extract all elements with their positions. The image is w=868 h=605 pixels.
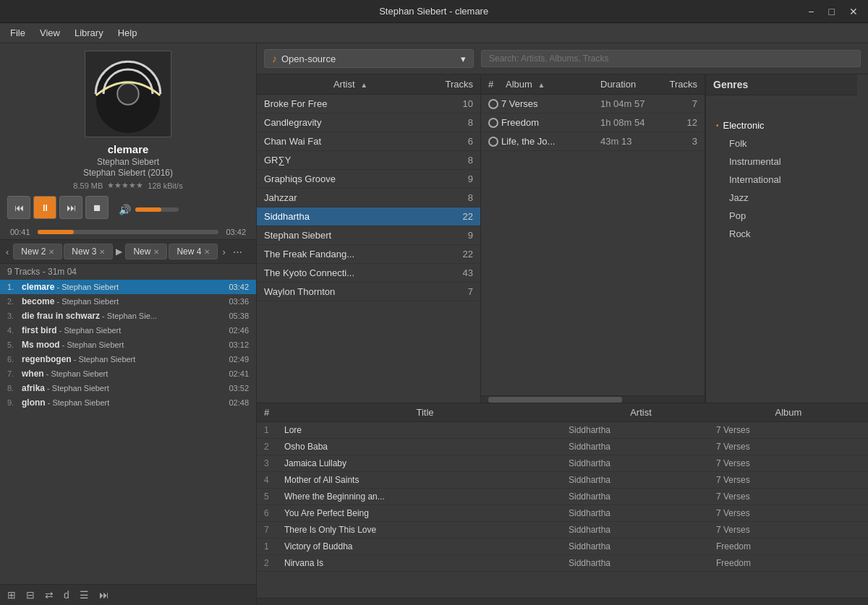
playlist-row-5[interactable]: 5. Ms mood - Stephan Siebert 03:12	[0, 338, 256, 352]
menu-help[interactable]: Help	[111, 25, 145, 41]
playlist-tab-new2[interactable]: New 2 ✕	[13, 244, 62, 259]
track-row-8[interactable]: 2 Nirvana Is Siddhartha Freedom	[257, 555, 868, 572]
playlist-next-button[interactable]: ›	[219, 245, 228, 259]
tracks-header: # Title Artist Album	[257, 403, 868, 422]
artist-row-10[interactable]: Waylon Thornton 7	[257, 283, 480, 301]
menu-view[interactable]: View	[33, 25, 67, 41]
artist-row-6[interactable]: Siddhartha 22	[257, 207, 480, 226]
genre-item-1[interactable]: • Electronic	[706, 116, 857, 134]
playlist-row-8[interactable]: 8. afrika - Stephan Siebert 03:52	[0, 381, 256, 395]
artist-name-cell: GR∑Y	[264, 155, 437, 166]
album-row-1[interactable]: Freedom 1h 08m 54 12	[481, 113, 705, 132]
playlist-row-1[interactable]: 1. clemare - Stephan Siebert 03:42	[0, 280, 256, 294]
close-button[interactable]: ✕	[845, 4, 862, 19]
equalizer-button[interactable]: ⊟	[23, 588, 38, 602]
window-title: Stephan Siebert - clemare	[379, 6, 488, 17]
volume-slider[interactable]	[135, 207, 179, 212]
playlist-row-7[interactable]: 7. when - Stephan Siebert 02:41	[0, 366, 256, 381]
track-row-4[interactable]: 5 Where the Beginning an... Siddhartha 7…	[257, 489, 868, 505]
tab-close-new2[interactable]: ✕	[48, 248, 54, 256]
album-dur-col-label: Duration	[600, 79, 658, 90]
lastfm-button[interactable]: d	[61, 588, 72, 602]
prev-button[interactable]: ⏮	[7, 196, 30, 219]
tab-close-new3[interactable]: ✕	[99, 248, 105, 256]
playlist-tab-new4[interactable]: New 4 ✕	[169, 244, 218, 259]
menu-library[interactable]: Library	[67, 25, 111, 41]
genre-item-7[interactable]: Rock	[706, 225, 857, 243]
genre-item-3[interactable]: Instrumental	[706, 153, 857, 171]
stop-button[interactable]: ⏹	[85, 196, 109, 219]
album-row-2[interactable]: Life, the Jo... 43m 13 3	[481, 132, 705, 151]
skip-button[interactable]: ⏭	[96, 588, 112, 602]
artist-row-5[interactable]: Jahzzar 8	[257, 189, 480, 207]
genre-item-0[interactable]	[706, 98, 857, 116]
progress-fill	[38, 230, 74, 234]
shuffle-button[interactable]: ⇄	[42, 588, 56, 602]
track-row-0[interactable]: 1 Lore Siddhartha 7 Verses	[257, 422, 868, 439]
playlist-row-name: first bird - Stephan Siebert	[22, 325, 229, 335]
track-row-title: Lore	[284, 425, 566, 435]
artist-name-cell: Broke For Free	[264, 98, 437, 109]
artist-row-0[interactable]: Broke For Free 10	[257, 95, 480, 113]
playlist-row-num: 5.	[7, 340, 22, 349]
genre-label: Jazz	[729, 192, 749, 203]
queue-view-button[interactable]: ☰	[77, 588, 92, 602]
artist-tracks-cell: 10	[437, 98, 473, 109]
genre-item-5[interactable]: Jazz	[706, 189, 857, 207]
menu-file[interactable]: File	[3, 25, 33, 41]
genre-item-6[interactable]: Pop	[706, 207, 857, 225]
playlist-info: 9 Tracks - 31m 04	[0, 264, 256, 280]
artist-row-9[interactable]: The Kyoto Connecti... 43	[257, 264, 480, 283]
track-row-6[interactable]: 7 There Is Only This Love Siddhartha 7 V…	[257, 522, 868, 539]
maximize-button[interactable]: □	[825, 4, 839, 19]
next-button[interactable]: ⏭	[59, 196, 82, 219]
playlist-row-9[interactable]: 9. glonn - Stephan Siebert 02:48	[0, 395, 256, 410]
play-tab-button[interactable]: ▶	[114, 245, 124, 258]
tab-close-new[interactable]: ✕	[153, 248, 159, 256]
playlist-row-duration: 02:46	[229, 326, 249, 335]
pause-button[interactable]: ⏸	[33, 196, 56, 219]
track-row-7[interactable]: 1 Victory of Buddha Siddhartha Freedom	[257, 539, 868, 555]
artist-tracks-cell: 22	[437, 249, 473, 259]
albums-hscroll-thumb[interactable]	[488, 397, 622, 403]
playlist-row-3[interactable]: 3. die frau in schwarz - Stephan Sie... …	[0, 309, 256, 323]
playlist-row-2[interactable]: 2. become - Stephan Siebert 03:36	[0, 294, 256, 309]
genre-item-2[interactable]: Folk	[706, 134, 857, 153]
volume-fill	[135, 207, 161, 212]
artist-row-1[interactable]: Candlegravity 8	[257, 113, 480, 132]
search-input[interactable]	[481, 50, 861, 67]
playlist-row-4[interactable]: 4. first bird - Stephan Siebert 02:46	[0, 323, 256, 338]
genre-item-4[interactable]: International	[706, 171, 857, 189]
tracks-section: # Title Artist Album 1 Lore Siddhartha 7…	[257, 403, 868, 605]
tab-close-new4[interactable]: ✕	[204, 248, 210, 256]
playlist-tab-new3[interactable]: New 3 ✕	[64, 244, 113, 259]
playlist-more-button[interactable]: ⋯	[230, 245, 245, 259]
track-row-num: 2	[264, 558, 281, 568]
track-row-5[interactable]: 6 You Are Perfect Being Siddhartha 7 Ver…	[257, 505, 868, 522]
playlist-tab-new[interactable]: New ✕	[125, 244, 167, 259]
track-row-artist: Siddhartha	[569, 492, 713, 502]
track-row-2[interactable]: 3 Jamaica Lullaby Siddhartha 7 Verses	[257, 455, 868, 472]
album-dot	[488, 99, 498, 109]
browser-source-dropdown[interactable]: ♪ Open-source ▾	[264, 49, 474, 68]
playlist-prev-button[interactable]: ‹	[3, 245, 12, 259]
minimize-button[interactable]: −	[804, 4, 818, 19]
playlist-row-6[interactable]: 6. regenbogen - Stephan Siebert 02:49	[0, 352, 256, 366]
artist-row-2[interactable]: Chan Wai Fat 6	[257, 132, 480, 151]
add-to-queue-button[interactable]: ⊞	[4, 588, 19, 602]
album-row-0[interactable]: 7 Verses 1h 04m 57 7	[481, 95, 705, 113]
artist-row-7[interactable]: Stephan Siebert 9	[257, 226, 480, 245]
track-row-num: 6	[264, 508, 281, 518]
progress-bar[interactable]	[38, 230, 218, 234]
album-dot	[488, 118, 498, 128]
track-row-1[interactable]: 2 Osho Baba Siddhartha 7 Verses	[257, 439, 868, 455]
track-row-3[interactable]: 4 Mother of All Saints Siddhartha 7 Vers…	[257, 472, 868, 489]
artist-row-8[interactable]: The Freak Fandang... 22	[257, 245, 480, 264]
track-album: Stephan Siebert (2016)	[7, 168, 249, 178]
album-dur-cell: 1h 08m 54	[600, 117, 658, 128]
artist-row-3[interactable]: GR∑Y 8	[257, 151, 480, 170]
playlist-row-name: regenbogen - Stephan Siebert	[22, 354, 229, 364]
playlist[interactable]: 1. clemare - Stephan Siebert 03:42 2. be…	[0, 280, 256, 584]
titlebar: Stephan Siebert - clemare − □ ✕	[0, 0, 868, 23]
artist-row-4[interactable]: Graphiqs Groove 9	[257, 170, 480, 189]
